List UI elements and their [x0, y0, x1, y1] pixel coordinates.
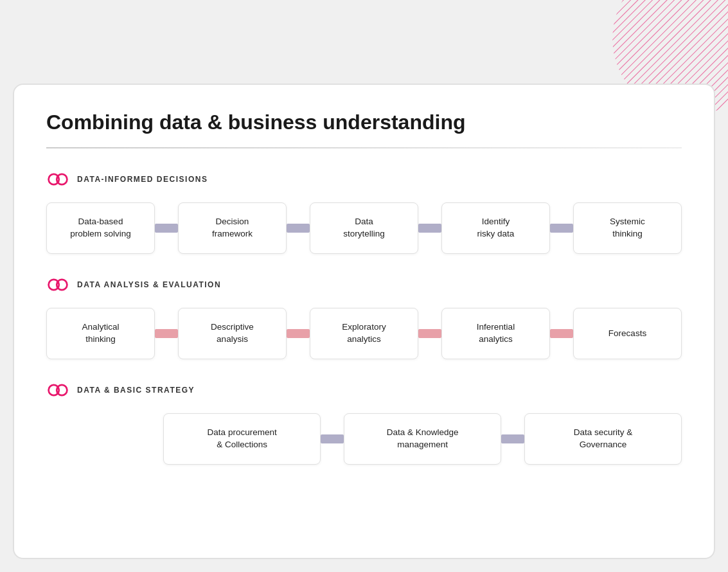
- connector-3-1: [321, 434, 344, 443]
- page-title: Combining data & business understanding: [46, 111, 682, 134]
- item-forecasts: Forecasts: [573, 308, 682, 359]
- item-exploratory-analytics: Exploratoryanalytics: [310, 308, 418, 359]
- section-data-analysis: DATA ANALYSIS & EVALUATION Analyticalthi…: [46, 273, 682, 359]
- item-inferential-analytics: Inferentialanalytics: [441, 308, 550, 359]
- title-divider: [46, 147, 682, 148]
- section-3-items-row: Data procurement& Collections Data & Kno…: [46, 413, 682, 465]
- item-descriptive-analysis: Descriptiveanalysis: [178, 308, 287, 359]
- section-1-icon: [46, 168, 69, 191]
- section-3-label: DATA & BASIC STRATEGY: [77, 386, 195, 395]
- section-1-label: DATA-INFORMED DECISIONS: [77, 175, 208, 184]
- connector-1-1: [155, 224, 178, 233]
- connector-1-4: [550, 224, 573, 233]
- section-2-icon: [46, 273, 69, 296]
- connector-1-3: [418, 224, 441, 233]
- item-data-security-governance: Data security &Governance: [524, 413, 682, 465]
- section-1-header: DATA-INFORMED DECISIONS: [46, 168, 682, 191]
- item-identify-risky-data: Identifyrisky data: [441, 202, 550, 254]
- item-data-knowledge-management: Data & Knowledgemanagement: [344, 413, 501, 465]
- section-data-informed: DATA-INFORMED DECISIONS Data-basedproble…: [46, 168, 682, 254]
- item-data-storytelling: Datastorytelling: [310, 202, 418, 254]
- item-systemic-thinking: Systemicthinking: [573, 202, 682, 254]
- item-data-based-problem-solving: Data-basedproblem solving: [46, 202, 155, 254]
- connector-2-4: [550, 329, 573, 338]
- connector-1-2: [287, 224, 310, 233]
- item-data-procurement: Data procurement& Collections: [163, 413, 321, 465]
- connector-2-3: [418, 329, 441, 338]
- section-data-strategy: DATA & BASIC STRATEGY Data procurement& …: [46, 379, 682, 465]
- section-2-label: DATA ANALYSIS & EVALUATION: [77, 280, 221, 289]
- section-3-icon: [46, 379, 69, 402]
- connector-2-2: [287, 329, 310, 338]
- item-decision-framework: Decisionframework: [178, 202, 287, 254]
- section-2-header: DATA ANALYSIS & EVALUATION: [46, 273, 682, 296]
- connector-3-2: [501, 434, 524, 443]
- section-2-items-row: Analyticalthinking Descriptiveanalysis E…: [46, 308, 682, 359]
- section-3-header: DATA & BASIC STRATEGY: [46, 379, 682, 402]
- main-card: Combining data & business understanding …: [13, 84, 715, 559]
- section-1-items-row: Data-basedproblem solving Decisionframew…: [46, 202, 682, 254]
- item-analytical-thinking: Analyticalthinking: [46, 308, 155, 359]
- connector-2-1: [155, 329, 178, 338]
